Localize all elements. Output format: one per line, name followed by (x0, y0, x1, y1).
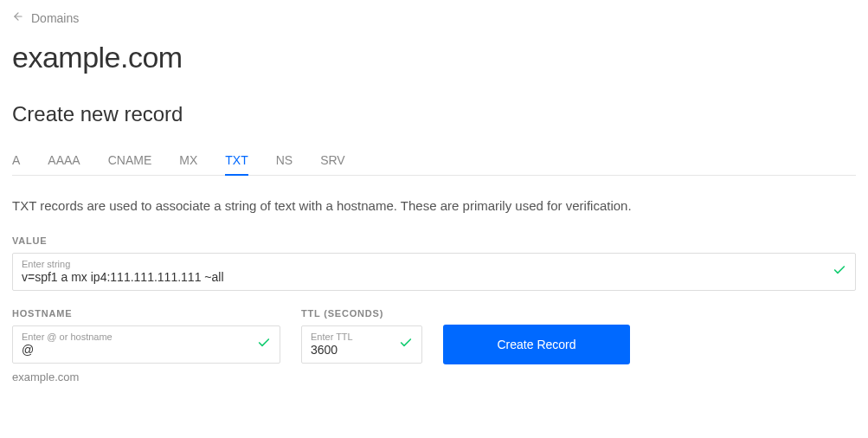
ttl-input[interactable] (311, 343, 390, 357)
page-title: example.com (12, 41, 856, 74)
ttl-placeholder-label: Enter TTL (311, 332, 390, 342)
breadcrumb[interactable]: Domains (12, 10, 856, 25)
arrow-left-icon (12, 10, 31, 25)
tab-aaaa[interactable]: AAAA (48, 146, 80, 176)
check-icon (257, 336, 271, 353)
value-field-group: VALUE Enter string (12, 235, 856, 291)
check-icon (833, 263, 846, 280)
check-icon (399, 336, 413, 353)
tab-txt[interactable]: TXT (225, 146, 248, 176)
value-placeholder-label: Enter string (22, 259, 824, 269)
value-input-wrapper: Enter string (12, 253, 856, 291)
record-type-description: TXT records are used to associate a stri… (12, 198, 856, 213)
breadcrumb-label: Domains (31, 11, 79, 25)
tab-a[interactable]: A (12, 146, 20, 176)
hostname-input[interactable] (22, 343, 248, 357)
value-input[interactable] (22, 270, 824, 284)
tab-srv[interactable]: SRV (320, 146, 345, 176)
ttl-input-wrapper: Enter TTL (301, 325, 422, 364)
ttl-label: TTL (SECONDS) (301, 308, 422, 319)
hostname-label: HOSTNAME (12, 308, 280, 319)
section-title: Create new record (12, 102, 856, 126)
hostname-placeholder-label: Enter @ or hostname (22, 332, 248, 342)
create-record-button[interactable]: Create Record (443, 325, 630, 364)
hostname-field-group: HOSTNAME Enter @ or hostname example.com (12, 308, 280, 383)
tab-mx[interactable]: MX (179, 146, 197, 176)
hostname-input-wrapper: Enter @ or hostname (12, 325, 280, 364)
ttl-field-group: TTL (SECONDS) Enter TTL (301, 308, 422, 364)
tab-ns[interactable]: NS (276, 146, 293, 176)
record-type-tabs: A AAAA CNAME MX TXT NS SRV (12, 145, 856, 176)
hostname-helper: example.com (12, 370, 280, 383)
value-label: VALUE (12, 235, 856, 246)
tab-cname[interactable]: CNAME (108, 146, 152, 176)
